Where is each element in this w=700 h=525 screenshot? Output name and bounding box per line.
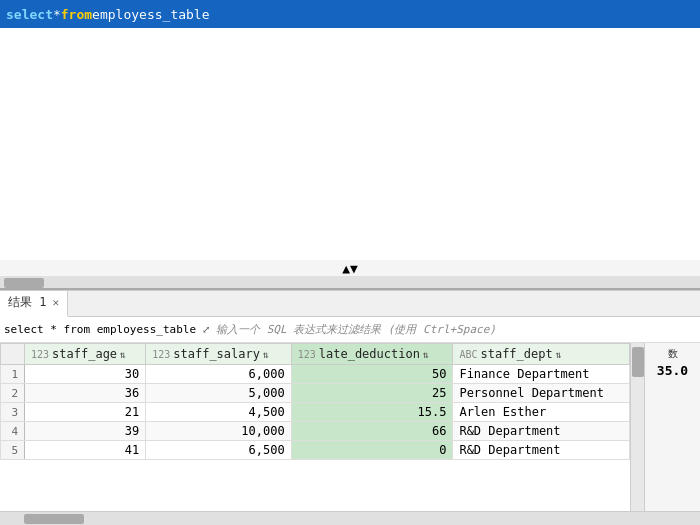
col-type-staff_age: 123 (31, 349, 49, 360)
resize-icon: ⤢ (202, 324, 210, 335)
row-number-header (1, 344, 25, 365)
col-name-staff_salary: staff_salary (173, 347, 260, 361)
filter-input[interactable]: 输入一个 SQL 表达式来过滤结果 (使用 Ctrl+Space) (216, 322, 696, 337)
horizontal-scrollbar-thumb[interactable] (24, 514, 84, 524)
table-row: 43910,00066R&D Department (1, 422, 630, 441)
cell-staff_salary: 6,500 (146, 441, 292, 460)
sql-star: * (53, 7, 61, 22)
cell-staff_age: 41 (25, 441, 146, 460)
data-table: 123 staff_age ⇅ 123 staff_salary ⇅ (0, 343, 630, 460)
table-header-row: 123 staff_age ⇅ 123 staff_salary ⇅ (1, 344, 630, 365)
editor-horizontal-scrollbar[interactable] (0, 276, 700, 290)
from-keyword: from (61, 7, 92, 22)
horizontal-scrollbar[interactable] (0, 511, 700, 525)
cell-staff_age: 39 (25, 422, 146, 441)
data-table-main: 123 staff_age ⇅ 123 staff_salary ⇅ (0, 343, 630, 511)
col-name-staff_age: staff_age (52, 347, 117, 361)
cell-late_deduction: 15.5 (291, 403, 453, 422)
side-panel-label: 数 (668, 347, 678, 361)
cell-staff_dept: R&D Department (453, 441, 630, 460)
collapse-arrows-icon: ▲▼ (342, 261, 358, 276)
cell-staff_dept: Arlen Esther (453, 403, 630, 422)
filter-sql-text: select * from employess_table (4, 323, 196, 336)
tab-results-1[interactable]: 结果 1 ✕ (0, 291, 68, 317)
row-number-cell: 4 (1, 422, 25, 441)
col-name-staff_dept: staff_dept (480, 347, 552, 361)
cell-staff_dept: Personnel Department (453, 384, 630, 403)
sql-table-name: employess_table (92, 7, 209, 22)
row-number-cell: 2 (1, 384, 25, 403)
col-header-late_deduction[interactable]: 123 late_deduction ⇅ (291, 344, 453, 365)
row-number-cell: 1 (1, 365, 25, 384)
sql-editor[interactable]: select * from employess_table CSDN | 气质&… (0, 0, 700, 290)
col-type-staff_salary: 123 (152, 349, 170, 360)
cell-late_deduction: 0 (291, 441, 453, 460)
cell-staff_dept: R&D Department (453, 422, 630, 441)
col-header-staff_age[interactable]: 123 staff_age ⇅ (25, 344, 146, 365)
cell-late_deduction: 50 (291, 365, 453, 384)
table-row: 1306,00050Finance Department (1, 365, 630, 384)
cell-staff_dept: Finance Department (453, 365, 630, 384)
editor-scrollbar-thumb[interactable] (4, 278, 44, 288)
table-body: 1306,00050Finance Department2365,00025Pe… (1, 365, 630, 460)
tab-close-button[interactable]: ✕ (52, 296, 59, 309)
table-row: 5416,5000R&D Department (1, 441, 630, 460)
cell-late_deduction: 25 (291, 384, 453, 403)
sort-icon-staff_age[interactable]: ⇅ (120, 349, 126, 360)
row-number-cell: 5 (1, 441, 25, 460)
col-header-staff_salary[interactable]: 123 staff_salary ⇅ (146, 344, 292, 365)
v-scrollbar-thumb[interactable] (632, 347, 644, 377)
col-name-late_deduction: late_deduction (319, 347, 420, 361)
filter-bar[interactable]: select * from employess_table ⤢ 输入一个 SQL… (0, 317, 700, 343)
tab-label: 结果 1 (8, 294, 46, 311)
vertical-scrollbar[interactable] (630, 343, 644, 511)
cell-staff_age: 36 (25, 384, 146, 403)
cell-late_deduction: 66 (291, 422, 453, 441)
table-row: 3214,50015.5Arlen Esther (1, 403, 630, 422)
sql-editor-body: CSDN | 气质&末雨 ▲▼ (0, 28, 700, 290)
cell-staff_age: 21 (25, 403, 146, 422)
side-panel: 数 35.0 (644, 343, 700, 511)
sort-icon-staff_salary[interactable]: ⇅ (263, 349, 269, 360)
cell-staff_salary: 10,000 (146, 422, 292, 441)
cell-staff_salary: 5,000 (146, 384, 292, 403)
side-panel-value: 35.0 (657, 363, 688, 378)
sort-icon-staff_dept[interactable]: ⇅ (556, 349, 562, 360)
col-type-staff_dept: ABC (459, 349, 477, 360)
sort-icon-late_deduction[interactable]: ⇅ (423, 349, 429, 360)
cell-staff_salary: 4,500 (146, 403, 292, 422)
collapse-area[interactable]: ▲▼ (0, 260, 700, 276)
cell-staff_age: 30 (25, 365, 146, 384)
results-panel: 结果 1 ✕ select * from employess_table ⤢ 输… (0, 290, 700, 525)
select-keyword: select (6, 7, 53, 22)
cell-staff_salary: 6,000 (146, 365, 292, 384)
col-type-late_deduction: 123 (298, 349, 316, 360)
table-row: 2365,00025Personnel Department (1, 384, 630, 403)
sql-editor-line: select * from employess_table (0, 0, 700, 28)
col-header-staff_dept[interactable]: ABC staff_dept ⇅ (453, 344, 630, 365)
data-table-wrapper: 123 staff_age ⇅ 123 staff_salary ⇅ (0, 343, 700, 511)
row-number-cell: 3 (1, 403, 25, 422)
tab-bar: 结果 1 ✕ (0, 291, 700, 317)
